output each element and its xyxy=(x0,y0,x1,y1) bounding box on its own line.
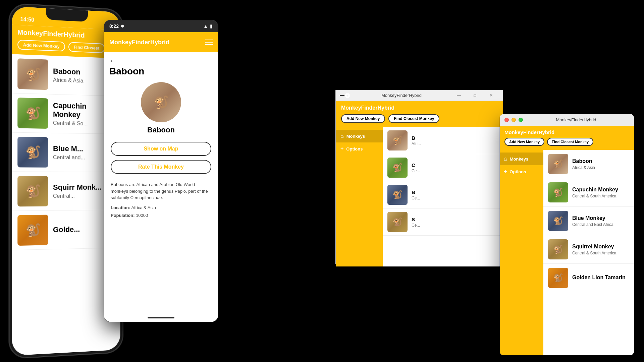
mac-close-button[interactable] xyxy=(504,118,509,122)
list-item[interactable]: 🐒 Capuchin Monkey Central & South Americ… xyxy=(543,178,634,207)
mac-monkey-list: 🐒 Baboon Africa & Asia 🐒 Capuchin Monkey… xyxy=(543,150,634,355)
list-item[interactable]: 🐒 Golden Lion Tamarin xyxy=(543,264,634,292)
location-value: Africa & Asia xyxy=(131,205,156,210)
windows-resize-controls xyxy=(340,94,349,97)
windows-nav-options[interactable]: + Options xyxy=(336,142,383,155)
mac-find-closest-button[interactable]: Find Closest Monkey xyxy=(547,138,593,146)
windows-close-button[interactable]: ✕ xyxy=(483,90,499,101)
mac-nav-options[interactable]: + Options xyxy=(500,165,543,178)
android-description: Baboons are African and Arabian Old Worl… xyxy=(104,176,218,204)
windows-squirrel-info: S Ce... xyxy=(412,217,420,228)
mac-golden-name: Golden Lion Tamarin xyxy=(572,275,626,281)
list-item[interactable]: 🐒 B Afri... xyxy=(383,127,503,154)
windows-maximize-indicator xyxy=(346,94,349,97)
android-home-indicator xyxy=(148,317,174,318)
hamburger-line xyxy=(205,44,213,45)
hamburger-menu-button[interactable] xyxy=(205,40,213,45)
back-button[interactable]: ← xyxy=(109,57,116,65)
android-page-title: Baboon xyxy=(104,66,218,82)
windows-blue-monkey-image: 🐒 xyxy=(387,185,408,205)
mac-squirrel-location: Central & South America xyxy=(572,251,616,255)
mac-capuchin-icon: 🐒 xyxy=(548,182,568,202)
windows-add-monkey-button[interactable]: Add New Monkey xyxy=(341,114,385,123)
android-app-title: MonkeyFinderHybrid xyxy=(109,39,205,46)
mac-blue-monkey-icon: 🐒 xyxy=(548,211,568,231)
list-item[interactable]: 🐒 Squirrel Monkey Central & South Americ… xyxy=(543,235,634,264)
mac-minimize-button[interactable] xyxy=(512,118,516,122)
windows-options-label: Options xyxy=(346,146,363,152)
mac-sidebar: ⌂ Monkeys + Options xyxy=(500,150,543,355)
hamburger-line xyxy=(205,42,213,43)
mac-home-icon: ⌂ xyxy=(504,156,507,162)
windows-baboon-info: B Afri... xyxy=(412,135,421,146)
windows-header: MonkeyFinderHybrid Add New Monkey Find C… xyxy=(336,101,503,127)
location-label: Location: xyxy=(111,205,130,210)
mac-squirrel-icon: 🐒 xyxy=(548,239,568,259)
mac-titlebar: MonkeyFinderHybrid xyxy=(500,114,634,126)
windows-blue-monkey-info: B Ce... xyxy=(412,189,420,200)
mac-capuchin-image: 🐒 xyxy=(548,182,568,202)
windows-baboon-location: Afri... xyxy=(412,141,421,146)
list-item[interactable]: 🐒 S Ce... xyxy=(383,208,503,236)
windows-squirrel-image: 🐒 xyxy=(387,212,408,232)
list-item[interactable]: 🐒 Baboon Africa & Asia xyxy=(543,150,634,178)
android-gps-icon: ⊕ xyxy=(121,24,124,28)
windows-squirrel-icon: 🐒 xyxy=(387,212,408,232)
android-phone: 8:22 ⊕ ▲ ▮ MonkeyFinderHybrid ← Baboon 🐒… xyxy=(104,20,218,322)
windows-app: MonkeyFinderHybrid — □ ✕ MonkeyFinderHyb… xyxy=(335,90,503,264)
mac-baboon-location: Africa & Asia xyxy=(572,165,595,170)
plus-icon: + xyxy=(340,146,343,152)
android-time: 8:22 xyxy=(109,23,119,29)
windows-squirrel-name: S xyxy=(412,217,420,222)
golden-image: 🐒 xyxy=(17,215,48,246)
golden-face-icon: 🐒 xyxy=(17,215,48,246)
population-value: 10000 xyxy=(136,213,148,218)
windows-capuchin-location: Ce... xyxy=(412,169,420,173)
windows-nav-monkeys[interactable]: ⌂ Monkeys xyxy=(336,130,383,142)
squirrel-face-icon: 🐒 xyxy=(17,176,48,206)
mac-nav-monkeys[interactable]: ⌂ Monkeys xyxy=(500,153,543,165)
windows-blue-monkey-location: Ce... xyxy=(412,196,420,200)
android-back-row: ← xyxy=(104,52,218,66)
windows-controls: — □ ✕ xyxy=(451,90,499,101)
ios-notch xyxy=(46,8,88,22)
windows-baboon-name: B xyxy=(412,135,421,141)
list-item[interactable]: 🐒 C Ce... xyxy=(383,154,503,181)
android-status-bar: 8:22 ⊕ ▲ ▮ xyxy=(104,20,218,32)
mac-squirrel-image: 🐒 xyxy=(548,239,568,259)
hamburger-line xyxy=(205,40,213,40)
mac-golden-info: Golden Lion Tamarin xyxy=(572,275,626,282)
windows-blue-monkey-name: B xyxy=(412,189,420,195)
baboon-image: 🐒 xyxy=(17,58,48,90)
capuchin-face-icon: 🐒 xyxy=(17,98,48,129)
mac-baboon-name: Baboon xyxy=(572,158,595,164)
mac-capuchin-location: Central & South America xyxy=(572,194,618,198)
show-on-map-button[interactable]: Show on Map xyxy=(111,142,211,156)
mac-body: ⌂ Monkeys + Options 🐒 Baboon Africa & As… xyxy=(500,150,634,355)
android-baboon-detail-image: 🐒 xyxy=(141,82,181,122)
android-home-bar xyxy=(104,314,218,322)
rate-monkey-button[interactable]: Rate This Monkey xyxy=(111,160,211,174)
list-item[interactable]: 🐒 B Ce... xyxy=(383,181,503,208)
mac-squirrel-name: Squirrel Monkey xyxy=(572,244,616,250)
windows-maximize-button[interactable]: □ xyxy=(467,90,483,101)
mac-add-monkey-button[interactable]: Add New Monkey xyxy=(504,138,544,146)
mac-baboon-info: Baboon Africa & Asia xyxy=(572,158,595,170)
windows-find-closest-button[interactable]: Find Closest Monkey xyxy=(388,114,439,123)
mac-golden-image: 🐒 xyxy=(548,268,568,288)
windows-squirrel-location: Ce... xyxy=(412,223,420,228)
windows-capuchin-image: 🐒 xyxy=(387,158,408,178)
windows-app-title: MonkeyFinderHybrid xyxy=(341,105,497,111)
android-population-row: Population: 10000 xyxy=(111,212,211,219)
ios-add-monkey-button[interactable]: Add New Monkey xyxy=(17,40,65,51)
android-meta: Location: Africa & Asia Population: 1000… xyxy=(104,204,218,220)
windows-minimize-button[interactable]: — xyxy=(451,90,467,101)
mac-blue-monkey-location: Central and East Africa xyxy=(572,222,613,227)
ios-find-closest-button[interactable]: Find Closest xyxy=(68,42,105,53)
windows-titlebar: MonkeyFinderHybrid — □ ✕ xyxy=(336,90,503,101)
mac-maximize-button[interactable] xyxy=(519,118,523,122)
baboon-face-icon: 🐒 xyxy=(17,58,48,90)
list-item[interactable]: 🐒 Blue Monkey Central and East Africa xyxy=(543,207,634,235)
mac-capuchin-name: Capuchin Monkey xyxy=(572,187,618,193)
android-status-icons: ▲ ▮ xyxy=(203,23,213,29)
